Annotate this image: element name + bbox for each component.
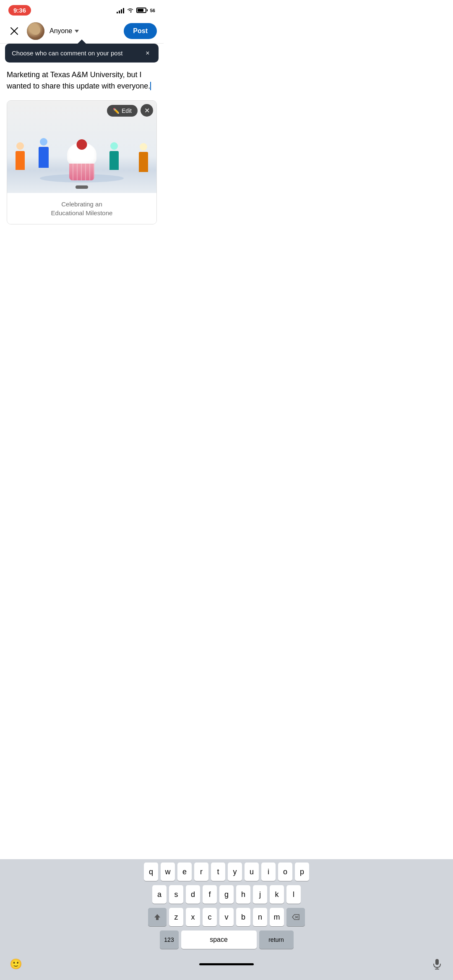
battery-icon (136, 8, 148, 13)
close-button[interactable] (7, 23, 22, 39)
chevron-down-icon (75, 30, 79, 33)
signal-icon (117, 8, 124, 13)
avatar (27, 22, 44, 40)
status-time: 9:36 (8, 5, 31, 16)
status-icons: 56 (117, 8, 155, 13)
tooltip-box: Choose who can comment on your post × (5, 44, 159, 63)
card-caption: Celebrating anEducational Milestone (7, 193, 156, 224)
close-icon: ✕ (144, 107, 150, 115)
edit-button[interactable]: ✏️ Edit (107, 105, 138, 117)
tooltip-message: Choose who can comment on your post (12, 49, 138, 57)
cupcake-illustration (67, 143, 96, 180)
audience-label: Anyone (49, 27, 72, 35)
audience-dropdown[interactable]: Anyone (49, 27, 119, 35)
figure-1 (16, 142, 25, 170)
image-area: ✏️ Edit ✕ (7, 101, 156, 193)
post-text[interactable]: Marketing at Texas A&M University, but I… (7, 69, 157, 92)
figure-3 (109, 142, 119, 170)
card-caption-text: Celebrating anEducational Milestone (14, 200, 150, 217)
post-content-area[interactable]: Marketing at Texas A&M University, but I… (0, 63, 164, 95)
scroll-indicator (76, 185, 88, 189)
card-close-button[interactable]: ✕ (141, 104, 153, 117)
post-button[interactable]: Post (124, 23, 157, 39)
figure-2 (39, 138, 49, 168)
tooltip-close-button[interactable]: × (143, 49, 152, 57)
tooltip-arrow (78, 39, 86, 44)
wifi-icon (127, 8, 134, 13)
edit-icon: ✏️ (113, 108, 120, 114)
image-card: ✏️ Edit ✕ Celebrating anEducational Mile… (7, 100, 157, 224)
figure-4 (139, 143, 148, 172)
battery-level: 56 (150, 8, 155, 13)
tooltip-container: Choose who can comment on your post × (0, 44, 164, 63)
edit-label: Edit (122, 107, 132, 114)
status-bar: 9:36 56 (0, 0, 164, 19)
